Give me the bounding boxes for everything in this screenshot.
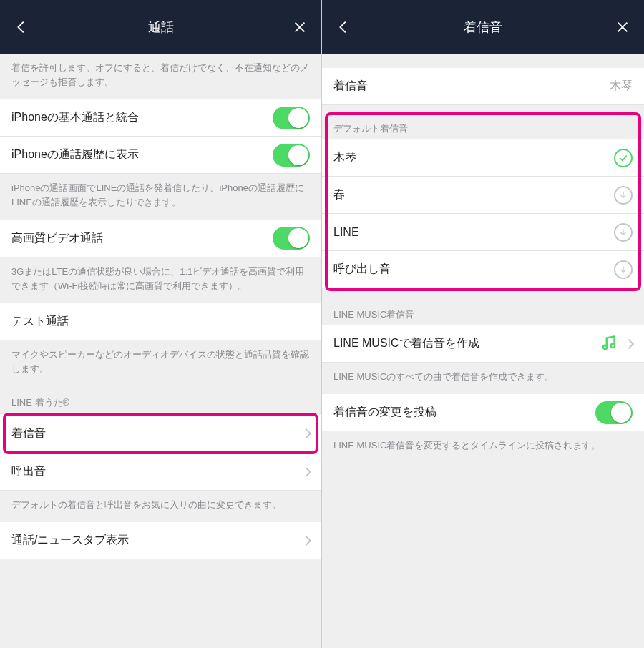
ringtone-label: 着信音 — [11, 426, 46, 441]
svg-point-8 — [611, 344, 615, 348]
row-current-ringtone[interactable]: 着信音 木琴 — [322, 68, 644, 105]
ringtone-section: 着信音 — [0, 413, 321, 453]
music-note-icon — [600, 333, 618, 354]
tone-row[interactable]: 木琴 — [322, 139, 644, 177]
post-change-toggle[interactable] — [595, 401, 633, 424]
page-title: 着信音 — [464, 19, 502, 36]
row-hq-video[interactable]: 高画質ビデオ通話 — [0, 220, 321, 257]
download-icon[interactable] — [614, 223, 633, 242]
svg-point-7 — [603, 345, 607, 349]
close-button[interactable] — [278, 0, 321, 54]
row-iphone-history[interactable]: iPhoneの通話履歴に表示 — [0, 137, 321, 174]
row-ringtone[interactable]: 着信音 — [0, 413, 321, 453]
post-change-label: 着信音の変更を投稿 — [333, 405, 436, 420]
row-line-music-create[interactable]: LINE MUSICで着信音を作成 — [322, 325, 644, 363]
line-music-header: LINE MUSIC着信音 — [322, 288, 644, 325]
close-icon — [292, 19, 308, 35]
chevron-right-icon — [301, 536, 311, 546]
chevron-right-icon — [301, 467, 311, 477]
header: 着信音 — [322, 0, 644, 54]
chevron-right-icon — [301, 428, 311, 438]
tone-label: LINE — [333, 226, 359, 239]
page-title: 通話 — [148, 19, 174, 36]
hq-video-note: 3GまたはLTEの通信状態が良い場合に、1:1ビデオ通話を高画質で利用できます（… — [0, 257, 321, 303]
back-button[interactable] — [0, 0, 43, 54]
tone-row[interactable]: LINE — [322, 214, 644, 251]
current-ringtone-label: 着信音 — [333, 79, 368, 94]
row-test-call[interactable]: テスト通話 — [0, 303, 321, 340]
row-news-tab[interactable]: 通話/ニュースタブ表示 — [0, 522, 321, 559]
hq-video-label: 高画質ビデオ通話 — [11, 231, 103, 246]
hq-video-toggle[interactable] — [273, 227, 310, 250]
iphone-history-note: iPhoneの通話画面でLINEの通話を発着信したり、iPhoneの通話履歴にL… — [0, 174, 321, 220]
tone-label: 木琴 — [333, 150, 356, 165]
line-music-note: LINE MUSICのすべての曲で着信音を作成できます。 — [322, 363, 644, 394]
test-call-label: テスト通話 — [11, 314, 69, 329]
back-button[interactable] — [322, 0, 365, 54]
tone-row[interactable]: 春 — [322, 177, 644, 214]
tone-label: 呼び出し音 — [333, 262, 391, 277]
iphone-history-toggle[interactable] — [273, 144, 310, 167]
tone-row[interactable]: 呼び出し音 — [322, 251, 644, 288]
outgoing-label: 呼出音 — [11, 464, 46, 479]
chevron-right-icon — [624, 338, 634, 348]
content-scroll[interactable]: 着信音 木琴 デフォルト着信音 木琴 春 LINE — [322, 54, 644, 648]
call-settings-pane: 通話 着信を許可します。オフにすると、着信だけでなく、不在通知などのメッセージも… — [0, 0, 322, 648]
default-tones-section: デフォルト着信音 木琴 春 LINE 呼び出し音 — [322, 109, 644, 288]
download-icon[interactable] — [614, 260, 633, 279]
test-call-note: マイクやスピーカーなどのオーディオデバイスの状態と通話品質を確認します。 — [0, 340, 321, 386]
ringtone-highlight — [3, 413, 318, 454]
iphone-integrate-toggle[interactable] — [273, 107, 310, 129]
iphone-integrate-label: iPhoneの基本通話と統合 — [11, 110, 139, 125]
iphone-history-label: iPhoneの通話履歴に表示 — [11, 147, 139, 162]
default-tones-header: デフォルト着信音 — [322, 109, 644, 139]
row-iphone-integrate[interactable]: iPhoneの基本通話と統合 — [0, 99, 321, 137]
tone-label: 春 — [333, 187, 345, 202]
incoming-permission-note: 着信を許可します。オフにすると、着信だけでなく、不在通知などのメッセージも拒否し… — [0, 54, 321, 99]
line-uta-header: LINE 着うた® — [0, 386, 321, 413]
post-change-note: LINE MUSIC着信音を変更するとタイムラインに投稿されます。 — [322, 431, 644, 463]
ringtone-settings-pane: 着信音 着信音 木琴 デフォルト着信音 木琴 春 — [322, 0, 644, 648]
row-post-change[interactable]: 着信音の変更を投稿 — [322, 394, 644, 431]
selected-check-icon — [614, 149, 633, 167]
download-icon[interactable] — [614, 186, 633, 205]
row-outgoing[interactable]: 呼出音 — [0, 453, 321, 491]
close-button[interactable] — [601, 0, 644, 54]
close-icon — [615, 19, 630, 35]
current-ringtone-value: 木琴 — [610, 79, 633, 94]
news-tab-label: 通話/ニュースタブ表示 — [11, 533, 129, 548]
chevron-left-icon — [336, 19, 351, 35]
content-scroll[interactable]: 着信を許可します。オフにすると、着信だけでなく、不在通知などのメッセージも拒否し… — [0, 54, 321, 648]
chevron-left-icon — [14, 19, 29, 35]
line-music-create-label: LINE MUSICで着信音を作成 — [333, 336, 479, 351]
header: 通話 — [0, 0, 321, 54]
ring-note: デフォルトの着信音と呼出音をお気に入りの曲に変更できます。 — [0, 491, 321, 522]
